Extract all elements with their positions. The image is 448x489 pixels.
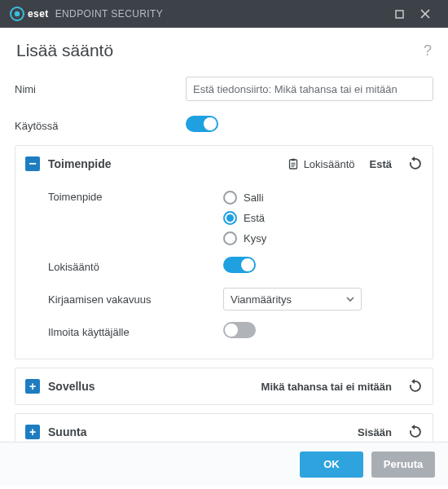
- severity-label: Kirjaamisen vakavuus: [48, 293, 223, 306]
- help-button[interactable]: ?: [424, 42, 432, 59]
- expand-icon: [25, 425, 40, 439]
- section-action-pill-label: Lokisääntö: [304, 158, 355, 170]
- brand-logo: eset ENDPOINT SECURITY: [10, 7, 163, 21]
- enabled-toggle[interactable]: [186, 116, 218, 132]
- sections-scroll[interactable]: Toimenpide Lokisääntö Estä Toimenpide: [15, 145, 437, 442]
- product-text: ENDPOINT SECURITY: [55, 8, 164, 20]
- titlebar: eset ENDPOINT SECURITY: [0, 0, 448, 28]
- cancel-button[interactable]: Peruuta: [371, 452, 435, 478]
- severity-select[interactable]: Vianmääritys: [223, 288, 362, 311]
- radio-ask[interactable]: Kysy: [223, 231, 423, 245]
- undo-icon: [406, 156, 423, 172]
- notify-toggle[interactable]: [223, 322, 256, 338]
- sub-action-label: Toimenpide: [48, 191, 223, 203]
- svg-point-1: [15, 11, 20, 16]
- svg-rect-2: [396, 11, 403, 18]
- section-dir-undo[interactable]: [406, 424, 423, 440]
- chevron-down-icon: [346, 295, 354, 303]
- section-app: Sovellus Mikä tahansa tai ei mitään: [15, 368, 433, 405]
- section-action-summary: Estä: [370, 158, 392, 170]
- section-app-title: Sovellus: [48, 380, 95, 393]
- logrule-toggle[interactable]: [223, 257, 256, 273]
- ok-button[interactable]: OK: [300, 452, 363, 478]
- section-action-title: Toimenpide: [48, 157, 112, 170]
- section-direction: Suunta Sisään: [15, 413, 433, 442]
- svg-rect-4: [292, 159, 295, 161]
- svg-rect-3: [289, 160, 296, 169]
- section-dir-summary: Sisään: [358, 426, 392, 438]
- section-app-summary: Mikä tahansa tai ei mitään: [261, 381, 392, 393]
- window-close-button[interactable]: [412, 1, 438, 27]
- radio-allow[interactable]: Salli: [223, 191, 423, 205]
- name-input[interactable]: [186, 77, 433, 101]
- section-action-header[interactable]: Toimenpide Lokisääntö Estä: [15, 146, 433, 182]
- logrule-label: Lokisääntö: [48, 261, 223, 273]
- brand-text: eset: [28, 8, 49, 20]
- undo-icon: [406, 424, 423, 440]
- severity-value: Vianmääritys: [231, 293, 292, 306]
- close-icon: [420, 9, 430, 19]
- section-app-header[interactable]: Sovellus Mikä tahansa tai ei mitään: [15, 368, 433, 404]
- window-maximize-button[interactable]: [386, 1, 412, 27]
- section-action-undo[interactable]: [406, 156, 423, 172]
- name-label: Nimi: [15, 83, 186, 95]
- expand-icon: [25, 379, 40, 394]
- eset-logo-icon: [10, 7, 24, 21]
- radio-deny[interactable]: Estä: [223, 211, 423, 225]
- section-action-pill: Lokisääntö: [288, 158, 355, 170]
- section-app-undo[interactable]: [406, 378, 423, 394]
- section-dir-title: Suunta: [48, 425, 86, 438]
- section-direction-header[interactable]: Suunta Sisään: [15, 414, 433, 442]
- enabled-label: Käytössä: [15, 120, 186, 132]
- page-title: Lisää sääntö: [16, 41, 113, 60]
- collapse-icon: [25, 156, 40, 171]
- notify-label: Ilmoita käyttäjälle: [48, 326, 223, 338]
- clipboard-icon: [288, 158, 299, 170]
- footer: OK Peruuta: [0, 442, 448, 486]
- section-action: Toimenpide Lokisääntö Estä Toimenpide: [15, 145, 433, 359]
- undo-icon: [406, 378, 423, 394]
- square-icon: [395, 10, 404, 19]
